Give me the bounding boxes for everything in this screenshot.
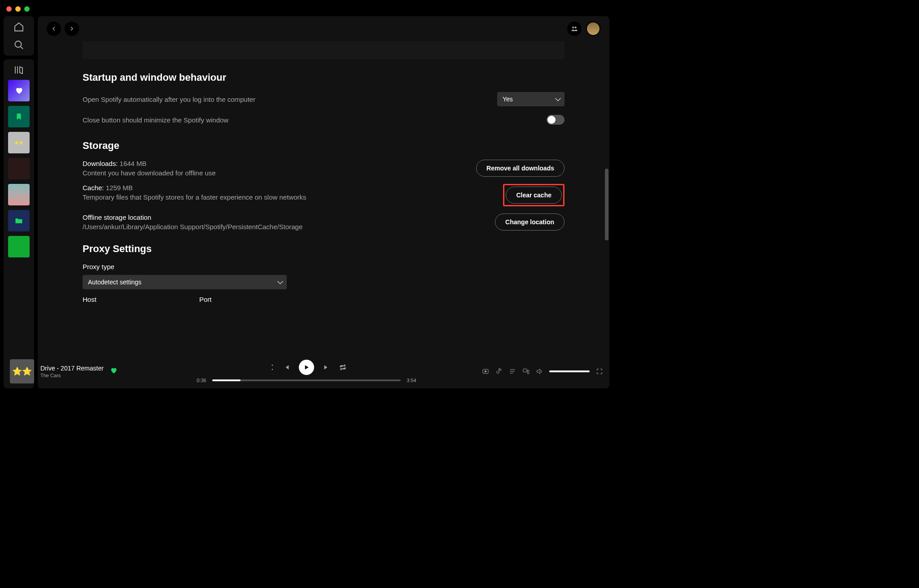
minimize-window-button[interactable] — [15, 6, 21, 12]
proxy-type-label: Proxy type — [83, 263, 565, 270]
startup-auto-select[interactable]: Yes — [497, 92, 565, 106]
offline-location-path: /Users/ankur/Library/Application Support… — [83, 223, 495, 231]
cache-description: Temporary files that Spotify stores for … — [83, 193, 503, 201]
annotation-highlight: Clear cache — [503, 184, 565, 206]
shuffle-button[interactable] — [267, 364, 274, 371]
user-avatar[interactable] — [586, 22, 600, 36]
playlist-folder[interactable] — [8, 210, 30, 231]
volume-fill — [549, 370, 590, 372]
downloads-description: Content you have downloaded for offline … — [83, 169, 476, 177]
previous-track-button[interactable] — [283, 364, 290, 371]
progress-bar[interactable] — [212, 379, 401, 381]
playlist-item[interactable] — [8, 158, 30, 179]
section-title-storage: Storage — [83, 140, 565, 152]
home-icon[interactable] — [13, 22, 24, 32]
volume-slider[interactable] — [549, 370, 590, 372]
playlist-item[interactable] — [8, 236, 30, 257]
nav-back-button[interactable] — [47, 22, 61, 36]
progress-fill — [212, 379, 241, 381]
downloads-line: Downloads: 1644 MB — [83, 160, 476, 167]
sidebar-library: ⭐⭐ — [4, 59, 34, 388]
change-location-button[interactable]: Change location — [495, 213, 565, 231]
now-playing-artist[interactable]: The Cars — [40, 373, 104, 378]
settings-section-placeholder — [83, 41, 565, 59]
proxy-type-select[interactable]: Autodetect settings — [83, 275, 287, 289]
queue-button[interactable] — [509, 368, 516, 375]
volume-icon[interactable] — [536, 368, 543, 375]
startup-auto-label: Open Spotify automatically after you log… — [83, 96, 255, 103]
search-icon[interactable] — [13, 39, 24, 50]
scrollbar[interactable] — [605, 169, 608, 240]
topbar — [38, 16, 609, 41]
play-pause-button[interactable] — [299, 360, 314, 375]
svg-rect-6 — [527, 370, 529, 374]
playlist-item[interactable]: ⭐⭐ — [8, 132, 30, 153]
playlist-item[interactable] — [8, 184, 30, 205]
close-minimize-label: Close button should minimize the Spotify… — [83, 116, 228, 124]
sidebar-nav — [4, 16, 34, 56]
like-track-button[interactable] — [110, 367, 117, 376]
window-traffic-lights — [6, 6, 30, 12]
total-time: 3:54 — [404, 378, 419, 383]
remove-all-downloads-button[interactable]: Remove all downloads — [476, 160, 565, 177]
connect-device-button[interactable] — [522, 368, 530, 375]
repeat-button[interactable] — [339, 364, 346, 371]
clear-cache-button[interactable]: Clear cache — [506, 187, 562, 204]
port-label: Port — [199, 296, 212, 303]
now-playing-album-art[interactable]: ⭐⭐ — [10, 359, 34, 383]
friend-activity-button[interactable] — [567, 22, 582, 36]
liked-songs-playlist[interactable] — [8, 80, 30, 101]
nav-forward-button[interactable] — [65, 22, 79, 36]
maximize-window-button[interactable] — [24, 6, 30, 12]
toggle-knob — [547, 116, 556, 124]
select-value: Autodetect settings — [88, 279, 141, 286]
section-title-startup: Startup and window behaviour — [83, 72, 565, 83]
svg-point-1 — [572, 26, 574, 28]
your-episodes-playlist[interactable] — [8, 106, 30, 127]
now-playing-title[interactable]: Drive - 2017 Remaster — [40, 365, 104, 372]
host-label: Host — [83, 296, 190, 303]
offline-location-label: Offline storage location — [83, 213, 495, 221]
fullscreen-button[interactable] — [596, 368, 603, 375]
select-value: Yes — [503, 96, 513, 103]
library-icon[interactable] — [13, 65, 24, 75]
svg-marker-4 — [485, 370, 487, 372]
svg-rect-5 — [523, 369, 527, 372]
next-track-button[interactable] — [323, 364, 330, 371]
now-playing-bar: ⭐⭐ Drive - 2017 Remaster The Cars — [4, 354, 609, 388]
main-content: Startup and window behaviour Open Spotif… — [38, 16, 609, 388]
now-playing-view-button[interactable] — [482, 368, 489, 375]
cache-line: Cache: 1259 MB — [83, 184, 503, 192]
elapsed-time: 0:36 — [194, 378, 209, 383]
lyrics-button[interactable] — [495, 368, 503, 375]
close-minimize-toggle[interactable] — [547, 115, 565, 125]
close-window-button[interactable] — [6, 6, 12, 12]
svg-point-2 — [575, 26, 577, 28]
section-title-proxy: Proxy Settings — [83, 243, 565, 255]
svg-point-0 — [15, 41, 22, 48]
